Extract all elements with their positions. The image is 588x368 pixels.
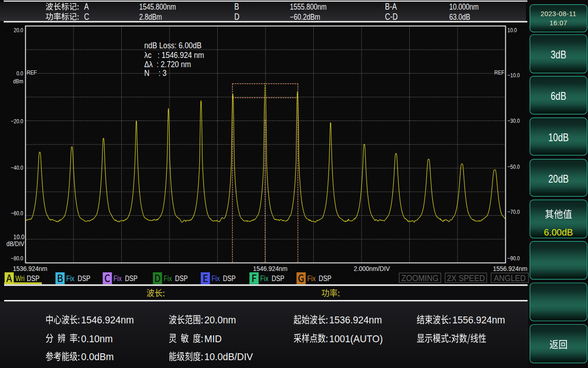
svg-text:Fix: Fix: [260, 274, 269, 282]
svg-text:ZOOMING: ZOOMING: [401, 273, 439, 282]
svg-text:1001(AUTO): 1001(AUTO): [329, 333, 383, 345]
svg-text:DSP: DSP: [223, 274, 236, 282]
svg-text:1556.924nm: 1556.924nm: [493, 264, 527, 272]
svg-text:DSP: DSP: [125, 274, 138, 282]
svg-text:Fix: Fix: [113, 274, 122, 282]
svg-text:20.0: 20.0: [14, 27, 23, 34]
svg-text:N: N: [144, 69, 149, 78]
svg-text:C-D: C-D: [385, 12, 398, 22]
svg-text:10.0: 10.0: [508, 27, 517, 34]
svg-text:Fix: Fix: [212, 274, 220, 282]
svg-text:20.0nm: 20.0nm: [204, 314, 236, 326]
svg-text:1546.924nm: 1546.924nm: [81, 314, 134, 326]
svg-text:Fix: Fix: [66, 274, 74, 282]
svg-text:0.0: 0.0: [17, 70, 23, 77]
svg-text:−10.0: −10.0: [508, 72, 520, 79]
svg-text:10dB: 10dB: [548, 132, 568, 144]
svg-text:2.8dBm: 2.8dBm: [139, 12, 162, 21]
svg-text:B-A: B-A: [385, 1, 397, 12]
svg-text:DSP: DSP: [271, 274, 284, 282]
svg-text:2.000nm/DIV: 2.000nm/DIV: [354, 264, 390, 272]
svg-text:Fix: Fix: [164, 274, 172, 282]
svg-text:63.0dB: 63.0dB: [449, 12, 470, 21]
svg-text:−90.0: −90.0: [508, 255, 520, 262]
svg-text:2X SPEED: 2X SPEED: [447, 273, 485, 282]
svg-text:REF: REF: [494, 69, 504, 76]
svg-text:DSP: DSP: [319, 274, 332, 282]
svg-text:20dB: 20dB: [548, 173, 568, 185]
svg-text:6.00dB: 6.00dB: [544, 227, 573, 238]
svg-text:Fix: Fix: [307, 274, 316, 282]
svg-text:−20.0: −20.0: [11, 118, 23, 125]
svg-text:1536.924nm: 1536.924nm: [329, 314, 382, 326]
svg-text:−50.0: −50.0: [508, 163, 520, 170]
svg-text:−80.0: −80.0: [11, 255, 23, 262]
svg-text:10.000nm: 10.000nm: [449, 2, 479, 11]
svg-text:10.0dB/DIV: 10.0dB/DIV: [204, 351, 253, 362]
svg-text:DSP: DSP: [78, 274, 90, 282]
svg-text:A: A: [84, 1, 89, 12]
svg-text:DSP: DSP: [27, 274, 40, 282]
svg-text:DSP: DSP: [175, 274, 188, 282]
svg-text:−60.0: −60.0: [11, 210, 23, 217]
svg-text:10.0: 10.0: [13, 233, 24, 240]
svg-text:: 1546.924 nm: : 1546.924 nm: [158, 51, 204, 60]
svg-text:Wri: Wri: [16, 274, 25, 282]
svg-text:Δλ: Δλ: [144, 60, 153, 69]
svg-text:3dB: 3dB: [551, 49, 566, 61]
svg-text:−40.0: −40.0: [11, 164, 23, 171]
svg-text:ANGLED: ANGLED: [494, 273, 526, 282]
svg-text:B: B: [234, 1, 239, 12]
svg-text:ndB Loss: 6.00dB: ndB Loss: 6.00dB: [144, 41, 202, 50]
svg-text:1545.800nm: 1545.800nm: [139, 2, 176, 11]
svg-text:D: D: [234, 12, 239, 22]
svg-text:C: C: [84, 12, 89, 22]
svg-text:1546.924nm: 1546.924nm: [253, 264, 288, 272]
svg-text:: 2.720 nm: : 2.720 nm: [157, 60, 191, 69]
svg-text:: 3: : 3: [158, 69, 167, 78]
svg-text:λc: λc: [144, 51, 152, 60]
svg-text:dBm: dBm: [13, 78, 23, 85]
svg-text:dB/DIV: dB/DIV: [6, 240, 25, 247]
svg-text:REF: REF: [27, 69, 37, 76]
svg-text:1556.924nm: 1556.924nm: [452, 314, 505, 326]
svg-text:2023-08-11: 2023-08-11: [541, 10, 577, 17]
svg-text:−70.0: −70.0: [508, 208, 520, 215]
svg-text:1536.924nm: 1536.924nm: [13, 264, 47, 272]
svg-text:−30.0: −30.0: [508, 117, 520, 124]
svg-text:1555.800nm: 1555.800nm: [290, 2, 327, 11]
svg-text:MID: MID: [204, 333, 222, 345]
svg-text:0.10nm: 0.10nm: [81, 333, 113, 345]
svg-text:0.0dBm: 0.0dBm: [81, 351, 113, 362]
svg-text:6dB: 6dB: [551, 90, 566, 102]
svg-text:16:07: 16:07: [549, 19, 567, 27]
svg-text:−60.2dBm: −60.2dBm: [290, 12, 320, 21]
